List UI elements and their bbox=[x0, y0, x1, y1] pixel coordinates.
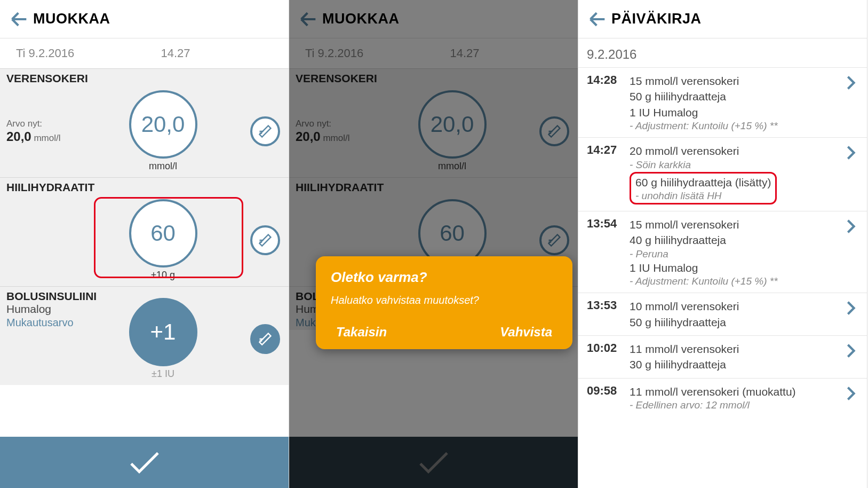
time-label[interactable]: 14.27 bbox=[150, 46, 273, 60]
confirm-button[interactable] bbox=[0, 437, 289, 488]
entry-content: 10 mmol/l verensokeri50 g hiilihydraatte… bbox=[630, 298, 841, 330]
entry-note: Peruna bbox=[630, 248, 841, 260]
chevron-right-icon[interactable] bbox=[841, 298, 861, 330]
entry-line: 10 mmol/l verensokeri bbox=[630, 298, 841, 314]
edit-panel: MUOKKAA Ti 9.2.2016 14.27 VERENSOKERI Ar… bbox=[0, 0, 289, 488]
dialog-back-button[interactable]: Takaisin bbox=[336, 325, 387, 340]
entry-line: 11 mmol/l verensokeri bbox=[630, 341, 841, 357]
chevron-right-icon[interactable] bbox=[841, 341, 861, 373]
edit-bolus-button[interactable] bbox=[250, 324, 280, 354]
diary-entry[interactable]: 13:5310 mmol/l verensokeri50 g hiilihydr… bbox=[578, 293, 867, 335]
entry-content: 11 mmol/l verensokeri (muokattu)Edelline… bbox=[630, 384, 841, 411]
entry-line: 30 g hiilihydraatteja bbox=[630, 357, 841, 372]
back-icon[interactable] bbox=[9, 9, 30, 30]
section-bolus: BOLUSINSULIINI Humalog Mukautusarvo +1 ±… bbox=[0, 286, 289, 385]
header: PÄIVÄKIRJA bbox=[578, 0, 867, 38]
entry-line: 1 IU Humalog bbox=[630, 105, 841, 120]
edit-bg-button[interactable] bbox=[250, 116, 280, 146]
datetime-row: Ti 9.2.2016 14.27 bbox=[0, 38, 289, 68]
entry-line: 50 g hiilihydraatteja bbox=[630, 314, 841, 330]
section-title: HIILIHYDRAATIT bbox=[0, 178, 289, 194]
chevron-right-icon[interactable] bbox=[841, 143, 861, 206]
now-value: 20,0 bbox=[6, 129, 31, 144]
chevron-right-icon[interactable] bbox=[841, 384, 861, 411]
edit-carb-button[interactable] bbox=[250, 225, 280, 255]
diary-entry[interactable]: 14:2815 mmol/l verensokeri50 g hiilihydr… bbox=[578, 67, 867, 137]
bg-value-dial[interactable]: 20,0 bbox=[129, 90, 197, 159]
entry-line: 11 mmol/l verensokeri (muokattu) bbox=[630, 384, 841, 399]
current-value: Arvo nyt: 20,0 mmol/l bbox=[6, 119, 76, 144]
page-title: MUOKKAA bbox=[33, 11, 110, 27]
confirm-dialog: Oletko varma? Haluatko vahvistaa muutoks… bbox=[316, 256, 572, 349]
diary-entry[interactable]: 13:5415 mmol/l verensokeri40 g hiilihydr… bbox=[578, 211, 867, 293]
dialog-confirm-button[interactable]: Vahvista bbox=[500, 325, 552, 340]
entry-line: 20 mmol/l verensokeri bbox=[630, 143, 841, 159]
entry-line: 60 g hiilihydraatteja (lisätty) bbox=[635, 175, 771, 190]
entry-time: 14:28 bbox=[587, 73, 630, 132]
entry-time: 09:58 bbox=[587, 384, 630, 411]
carb-unit: ±10 g bbox=[151, 270, 175, 281]
entry-time: 13:54 bbox=[587, 217, 630, 287]
dialog-message: Haluatko vahvistaa muutokset? bbox=[331, 294, 558, 306]
header: MUOKKAA bbox=[0, 0, 289, 38]
entry-line: 40 g hiilihydraatteja bbox=[630, 232, 841, 248]
diary-entry[interactable]: 09:5811 mmol/l verensokeri (muokattu)Ede… bbox=[578, 378, 867, 416]
diary-entry[interactable]: 10:0211 mmol/l verensokeri30 g hiilihydr… bbox=[578, 335, 867, 378]
now-unit: mmol/l bbox=[34, 133, 60, 143]
back-icon[interactable] bbox=[587, 9, 608, 30]
now-label: Arvo nyt: bbox=[6, 119, 76, 129]
chevron-right-icon[interactable] bbox=[841, 73, 861, 132]
entry-note: unohdin lisätä HH bbox=[635, 190, 771, 202]
page-title: PÄIVÄKIRJA bbox=[611, 11, 702, 27]
bolus-value-dial[interactable]: +1 bbox=[129, 298, 197, 366]
chevron-right-icon[interactable] bbox=[841, 217, 861, 287]
entry-note: Adjustment: Kuntoilu (+15 %) ** bbox=[630, 276, 841, 287]
bolus-unit: ±1 IU bbox=[152, 368, 174, 380]
entry-content: 15 mmol/l verensokeri50 g hiilihydraatte… bbox=[630, 73, 841, 132]
highlight-annotation: 60 g hiilihydraatteja (lisätty)unohdin l… bbox=[630, 172, 777, 204]
entry-time: 14:27 bbox=[587, 143, 630, 206]
entry-note: Edellinen arvo: 12 mmol/l bbox=[630, 399, 841, 411]
diary-list[interactable]: 14:2815 mmol/l verensokeri50 g hiilihydr… bbox=[578, 67, 867, 488]
diary-panel: PÄIVÄKIRJA 9.2.2016 14:2815 mmol/l veren… bbox=[578, 0, 867, 488]
entry-content: 20 mmol/l verensokeriSöin karkkia60 g hi… bbox=[630, 143, 841, 206]
section-bloodsugar: VERENSOKERI Arvo nyt: 20,0 mmol/l 20,0 m… bbox=[0, 68, 289, 177]
entry-line: 15 mmol/l verensokeri bbox=[630, 217, 841, 232]
carb-value-dial[interactable]: 60 bbox=[129, 199, 197, 267]
date-label[interactable]: Ti 9.2.2016 bbox=[16, 46, 150, 60]
dialog-title: Oletko varma? bbox=[331, 269, 558, 286]
entry-time: 10:02 bbox=[587, 341, 630, 373]
section-title: VERENSOKERI bbox=[0, 69, 289, 85]
modal-overlay[interactable] bbox=[289, 0, 578, 488]
edit-panel-dimmed: MUOKKAA Ti 9.2.2016 14.27 VERENSOKERI Ar… bbox=[289, 0, 578, 488]
entry-time: 13:53 bbox=[587, 298, 630, 330]
entry-line: 50 g hiilihydraatteja bbox=[630, 89, 841, 104]
entry-content: 15 mmol/l verensokeri40 g hiilihydraatte… bbox=[630, 217, 841, 287]
section-carbs: HIILIHYDRAATIT 60 ±10 g bbox=[0, 177, 289, 286]
entry-content: 11 mmol/l verensokeri30 g hiilihydraatte… bbox=[630, 341, 841, 373]
entry-line: 1 IU Humalog bbox=[630, 260, 841, 276]
bg-unit: mmol/l bbox=[149, 161, 177, 172]
entry-note: Söin karkkia bbox=[630, 159, 841, 171]
diary-entry[interactable]: 14:2720 mmol/l verensokeriSöin karkkia60… bbox=[578, 137, 867, 211]
entry-line: 15 mmol/l verensokeri bbox=[630, 73, 841, 89]
diary-date: 9.2.2016 bbox=[578, 38, 867, 67]
entry-note: Adjustment: Kuntoilu (+15 %) ** bbox=[630, 120, 841, 132]
